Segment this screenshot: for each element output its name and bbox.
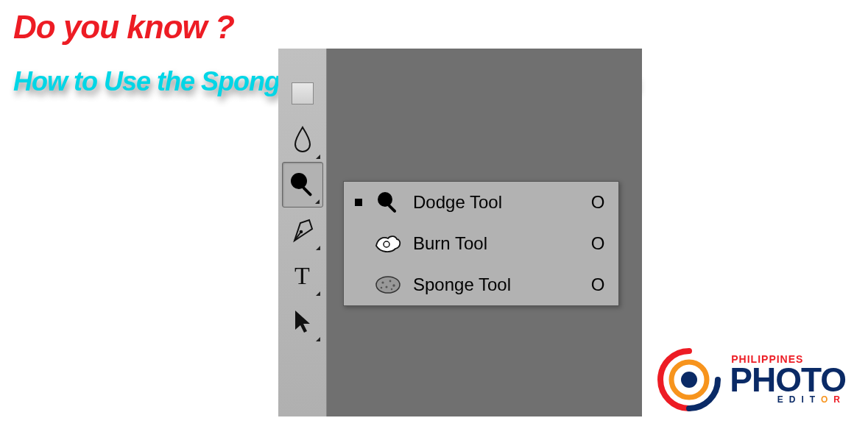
logo-text: PHILIPPINES PHOTO EDITOR	[730, 355, 846, 403]
svg-point-11	[386, 286, 388, 288]
flyout-label: Sponge Tool	[413, 274, 577, 295]
pen-icon	[290, 216, 315, 245]
active-marker-icon	[354, 280, 363, 289]
logo-text-editor: EDITOR	[730, 396, 846, 403]
dodge-icon	[375, 190, 401, 215]
burn-hand-icon	[373, 233, 403, 255]
svg-point-8	[381, 281, 384, 283]
svg-point-10	[392, 284, 395, 286]
dodge-tool-button[interactable]	[282, 162, 323, 208]
arrow-cursor-icon	[292, 309, 313, 334]
path-selection-tool[interactable]	[282, 299, 323, 344]
logo-text-photo: PHOTO	[730, 366, 846, 394]
flyout-label: Dodge Tool	[413, 192, 577, 213]
flyout-item-burn[interactable]: Burn Tool O	[344, 223, 618, 264]
type-icon: T	[294, 262, 310, 290]
tool-flyout-menu: Dodge Tool O Burn Tool O	[343, 181, 619, 306]
pen-tool[interactable]	[282, 208, 323, 253]
blur-tool[interactable]	[282, 116, 323, 162]
heading-do-you-know: Do you know ?	[13, 9, 234, 46]
flyout-item-dodge[interactable]: Dodge Tool O	[344, 182, 618, 223]
sponge-icon	[374, 274, 402, 295]
type-tool[interactable]: T	[282, 253, 323, 299]
flyout-shortcut: O	[588, 274, 608, 295]
flyout-item-sponge[interactable]: Sponge Tool O	[344, 264, 618, 305]
flyout-shortcut: O	[588, 233, 608, 254]
flyout-label: Burn Tool	[413, 233, 577, 254]
droplet-icon	[292, 126, 313, 152]
svg-point-15	[681, 372, 697, 388]
dodge-icon	[288, 170, 317, 199]
active-marker-icon	[354, 239, 363, 248]
svg-point-12	[381, 287, 383, 289]
photoshop-panel: T Dodge Tool O	[278, 49, 642, 416]
active-marker-icon	[354, 198, 363, 207]
svg-point-9	[389, 280, 392, 283]
logo-mark-icon	[654, 345, 724, 414]
brand-logo: PHILIPPINES PHOTO EDITOR	[654, 345, 846, 414]
svg-point-7	[376, 277, 400, 293]
svg-rect-5	[387, 204, 397, 213]
svg-point-0	[291, 173, 307, 189]
flyout-shortcut: O	[588, 192, 608, 213]
foreground-color-swatch[interactable]	[282, 71, 323, 116]
tool-palette: T	[278, 49, 327, 416]
svg-point-4	[378, 192, 392, 207]
svg-rect-1	[302, 186, 312, 196]
swatch-icon	[292, 82, 314, 104]
svg-point-13	[391, 288, 392, 290]
